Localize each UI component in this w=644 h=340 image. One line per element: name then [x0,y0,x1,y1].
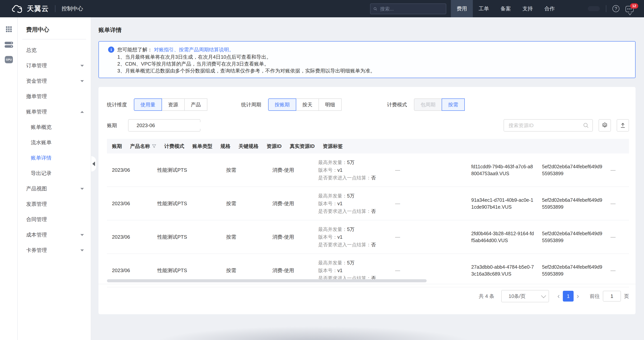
dimension-option[interactable]: 资源 [162,98,185,111]
info-icon: i [108,46,114,53]
sidebar-item[interactable]: 产品视图 [18,181,91,196]
top-nav-item[interactable]: 合作 [538,0,560,17]
dimension-label: 统计维度 [107,101,127,108]
cycle-option[interactable]: 按账期 [268,98,296,111]
table-header-cell[interactable]: 资源ID [262,143,285,150]
cycle-option[interactable]: 明细 [318,98,342,111]
sidebar: 费用中心 总览 订单管理 资金管理 撤单管理 账单管理 [18,17,91,340]
cell-billing-mode: 按需 [221,200,267,207]
sidebar-item[interactable]: 撤单管理 [18,89,91,104]
table-header-cell[interactable]: 账单类型 [187,143,216,150]
cell-billing-mode: 按需 [221,234,267,240]
page-number-button[interactable]: 1 [563,291,574,302]
cycle-option[interactable]: 按天 [296,98,319,111]
sidebar-item[interactable]: 合同管理 [18,212,91,227]
prev-page-button[interactable]: ‹ [554,293,563,300]
chevron-icon [80,250,84,251]
sidebar-item[interactable]: 总览 [18,42,91,58]
resource-search-input[interactable] [508,122,583,129]
sidebar-item[interactable]: 账单管理 [18,104,91,120]
table-bottom-border [98,284,636,284]
apps-grid-icon[interactable] [0,24,18,35]
cell-spec: 最高并发量：5万 版本号：v1 是否要求进入一点结算：否 [313,226,390,248]
table-row: 2023/06 性能测试PTS 按需 消费-使用 最高并发量：5万 版本号：v1… [107,220,629,254]
sidebar-item[interactable]: 流水账单 [18,135,91,150]
top-nav-item[interactable]: 工单 [473,0,495,17]
cell-billing-mode: 按需 [221,167,267,174]
dimension-option[interactable]: 使用量 [134,98,162,111]
goto-page-input[interactable] [603,291,621,302]
table-row: 2023/06 性能测试PTS 按需 消费-使用 最高并发量：5万 版本号：v1… [107,154,629,187]
gpu-icon[interactable]: GPU [0,54,18,66]
cycle-label: 统计周期 [241,101,261,108]
billing-period-input[interactable] [136,122,202,129]
cell-resource-tag: — [606,234,629,240]
global-search[interactable] [370,4,446,14]
messages-button[interactable]: ••• 12 [626,4,634,13]
cell-resource-tag: — [606,200,629,206]
export-button[interactable] [617,119,629,132]
sidebar-item[interactable]: 卡券管理 [18,242,91,258]
cell-resource-id: 2fd0b464-3b28-4812-9164-fdf5ab464d00.VUS [466,230,537,244]
cell-bill-type: 消费-使用 [267,267,313,274]
cell-resource-id: 27a3dbb0-abb4-4784-b5e0-73c16a38c689.VUS [466,264,537,277]
table-row: 2023/06 性能测试PTS 按需 消费-使用 最高并发量：5万 版本号：v1… [107,187,629,220]
cell-real-resource-id: 5ef2d02eb6a744febef649d955953899 [537,163,606,177]
horizontal-scrollbar[interactable] [107,279,427,282]
table-header-cell[interactable]: 规格 [216,143,234,150]
dimension-option[interactable]: 产品 [184,98,207,111]
sidebar-item[interactable]: 资金管理 [18,73,91,89]
page-suffix: 页 [624,293,629,300]
table-body: 2023/06 性能测试PTS 按需 消费-使用 最高并发量：5万 版本号：v1… [107,154,629,287]
alert-line: 2、CDN、VPC等按月结算的产品，当月消费可在次月3日查看账单。 [117,60,635,67]
brand[interactable]: 天翼云 [0,4,49,14]
chevron-down-icon [541,293,546,298]
top-header: 天翼云 控制中心 费用工单备案支持合作 ? ••• 12 [0,0,644,17]
column-settings-button[interactable] [598,119,611,132]
sidebar-item[interactable]: 账单详情 [18,150,91,166]
gear-icon [602,122,608,129]
table-header: 账期 产品名称 计费模式 [107,139,629,154]
top-divider [606,5,606,12]
cell-real-resource-id: 5ef2d02eb6a744febef649d955953899 [537,196,606,210]
sidebar-item[interactable]: 导出记录 [18,166,91,181]
alert-lines: 1、当月最终账单将在次月3日生成，在次月4日10点后可查看和导出。 2、CDN、… [117,54,635,74]
chevron-icon [80,65,84,67]
billing-period-picker[interactable] [128,119,200,132]
period-row: 账期 [107,119,200,132]
resource-search[interactable] [504,119,593,132]
table-header-cell[interactable]: 真实资源ID [285,143,318,150]
filter-funnel-icon[interactable] [152,144,156,148]
next-page-button[interactable]: › [574,293,582,300]
brand-divider [55,5,56,12]
sidebar-item[interactable]: 成本管理 [18,227,91,242]
table-header-cell[interactable]: 资源标签 [318,143,346,150]
table-header-cell[interactable]: 产品名称 [125,143,159,150]
help-icon[interactable]: ? [612,5,620,12]
cell-resource-id: fd11cdd9-794b-463f-a7c6-a88004753aa9.VUS [466,163,537,177]
billing-mode-option[interactable]: 按需 [442,98,465,111]
chevron-icon [80,234,84,236]
cell-product: 性能测试PTS [152,200,221,207]
sidebar-item[interactable]: 发票管理 [18,196,91,212]
cell-resource-tag: — [606,167,629,173]
table-header-cell[interactable]: 账期 [107,143,125,150]
sidebar-menu: 总览 订单管理 资金管理 撤单管理 账单管理 账单概览 [18,42,91,258]
top-nav-item[interactable]: 费用 [451,0,473,17]
top-nav-item[interactable]: 支持 [517,0,538,17]
billing-mode-option[interactable]: 包周期 [414,98,442,111]
sidebar-item[interactable]: 订单管理 [18,58,91,73]
billing-table: 账期 产品名称 计费模式 [107,139,629,287]
cell-resource-id: 91a34ec1-d701-40b9-ac0e-11cde907b41e.VUS [466,196,537,210]
alert-link[interactable]: 对账指引、按需产品周期结算说明。 [154,46,234,53]
sidebar-item[interactable]: 账单概览 [18,120,91,135]
top-nav-item[interactable]: 备案 [495,0,517,17]
page-size-select[interactable]: 10条/页 [501,290,549,302]
table-header-cell[interactable]: 计费模式 [159,143,187,150]
server-icon[interactable] [0,39,18,50]
global-search-input[interactable] [379,6,443,12]
brand-name: 天翼云 [27,4,49,14]
cycle-group: 按账期按天明细 [268,98,342,111]
table-header-cell[interactable]: 关键规格 [234,143,262,150]
user-avatar[interactable] [588,6,600,11]
